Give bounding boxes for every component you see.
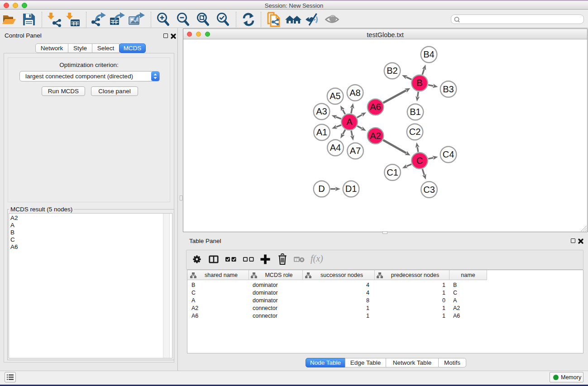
svg-text:A5: A5 bbox=[330, 91, 340, 101]
svg-text:A6: A6 bbox=[370, 102, 381, 112]
svg-text:A4: A4 bbox=[330, 143, 341, 152]
svg-text:C4: C4 bbox=[443, 149, 454, 159]
svg-text:A1: A1 bbox=[316, 127, 327, 137]
svg-text:C: C bbox=[416, 156, 423, 166]
svg-text:A3: A3 bbox=[316, 106, 327, 116]
svg-text:B3: B3 bbox=[443, 84, 454, 94]
svg-text:B4: B4 bbox=[423, 49, 434, 59]
svg-text:C3: C3 bbox=[423, 185, 435, 195]
svg-text:A8: A8 bbox=[349, 88, 360, 98]
svg-text:D1: D1 bbox=[345, 184, 357, 194]
svg-text:B1: B1 bbox=[410, 107, 421, 117]
svg-text:A7: A7 bbox=[350, 146, 361, 156]
svg-text:B2: B2 bbox=[387, 66, 397, 76]
svg-text:A: A bbox=[346, 117, 353, 127]
svg-text:C1: C1 bbox=[387, 167, 398, 177]
svg-text:D: D bbox=[318, 184, 325, 194]
svg-text:A2: A2 bbox=[370, 131, 381, 141]
svg-text:B: B bbox=[416, 78, 422, 88]
svg-text:C2: C2 bbox=[409, 127, 421, 137]
